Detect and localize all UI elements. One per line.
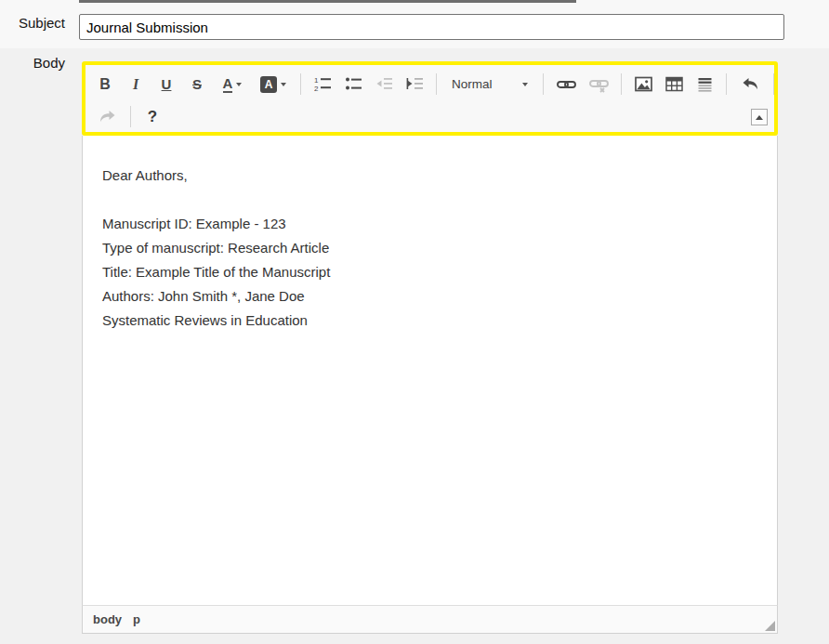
link-button[interactable] — [552, 72, 580, 97]
toolbar-separator — [300, 73, 301, 95]
bulleted-list-button[interactable] — [340, 72, 366, 97]
toolbar-separator — [543, 73, 544, 95]
toolbar-separator — [130, 106, 131, 127]
collapse-toolbar-button[interactable] — [751, 109, 768, 125]
table-button[interactable] — [661, 72, 687, 97]
unlink-icon — [589, 75, 609, 94]
increase-indent-button[interactable] — [401, 72, 428, 97]
italic-icon: I — [133, 76, 138, 93]
line-spacing-button[interactable] — [691, 72, 717, 97]
content-line: Type of manuscript: Research Article — [102, 236, 758, 260]
strikethrough-button[interactable]: S — [184, 72, 210, 97]
background-color-icon: A — [260, 76, 277, 93]
help-icon: ? — [148, 108, 157, 126]
toolbar-highlight: B I U S A A 1 — [82, 61, 778, 136]
toolbar-separator — [621, 73, 622, 95]
path-item-body[interactable]: body — [93, 612, 122, 626]
content-line: Authors: John Smith *, Jane Doe — [102, 284, 758, 309]
content-line: Title: Example Title of the Manuscript — [102, 260, 758, 284]
text-color-button[interactable]: A — [215, 72, 250, 97]
subject-input[interactable] — [79, 14, 784, 40]
image-button[interactable] — [630, 72, 656, 97]
decrease-indent-icon — [375, 75, 393, 93]
decrease-indent-button[interactable] — [371, 72, 397, 97]
element-path-bar: body p — [82, 605, 778, 634]
undo-button[interactable] — [735, 72, 765, 97]
redo-button[interactable] — [92, 104, 122, 129]
chevron-down-icon — [522, 83, 528, 86]
bulleted-list-icon — [345, 75, 362, 93]
toolbar-separator — [726, 73, 727, 95]
redo-icon — [98, 108, 117, 125]
underline-button[interactable]: U — [153, 72, 179, 97]
line-spacing-icon — [696, 75, 714, 93]
cropped-element-edge — [79, 0, 576, 3]
image-icon — [635, 75, 652, 93]
path-item-p[interactable]: p — [133, 612, 140, 626]
undo-icon — [741, 75, 760, 93]
help-button[interactable]: ? — [139, 104, 165, 129]
content-line — [102, 188, 758, 212]
italic-button[interactable]: I — [123, 72, 149, 97]
toolbar-row-2: ? — [92, 100, 768, 133]
unlink-button[interactable] — [585, 72, 612, 97]
editor-content[interactable]: Dear Authors, Manuscript ID: Example - 1… — [82, 136, 778, 605]
bold-button[interactable]: B — [92, 72, 118, 97]
link-icon — [557, 75, 576, 94]
background-color-button[interactable]: A — [255, 72, 292, 97]
subject-label: Subject — [0, 15, 65, 31]
rich-text-editor: B I U S A A 1 — [82, 61, 778, 634]
strikethrough-icon: S — [192, 76, 202, 92]
underline-icon: U — [162, 76, 172, 92]
svg-text:1: 1 — [314, 76, 319, 85]
chevron-down-icon — [236, 83, 242, 86]
numbered-list-button[interactable]: 1 2 — [309, 72, 336, 97]
content-line: Dear Authors, — [102, 164, 758, 188]
content-line: Manuscript ID: Example - 123 — [102, 212, 758, 236]
chevron-down-icon — [281, 83, 286, 86]
body-label: Body — [0, 55, 65, 71]
paragraph-format-value: Normal — [452, 77, 493, 91]
numbered-list-icon: 1 2 — [314, 75, 332, 93]
bold-icon: B — [99, 76, 111, 93]
paragraph-format-select[interactable]: Normal — [445, 72, 534, 97]
increase-indent-icon — [406, 75, 424, 93]
text-color-icon: A — [223, 76, 233, 93]
table-icon — [665, 75, 683, 93]
resize-handle[interactable] — [765, 621, 775, 631]
svg-text:2: 2 — [314, 85, 319, 93]
toolbar-separator — [773, 73, 774, 95]
toolbar-row-1: B I U S A A 1 — [92, 68, 768, 100]
collapse-toolbar-icon — [756, 115, 763, 120]
content-line: Systematic Reviews in Education — [102, 309, 758, 333]
toolbar-separator — [436, 73, 437, 95]
